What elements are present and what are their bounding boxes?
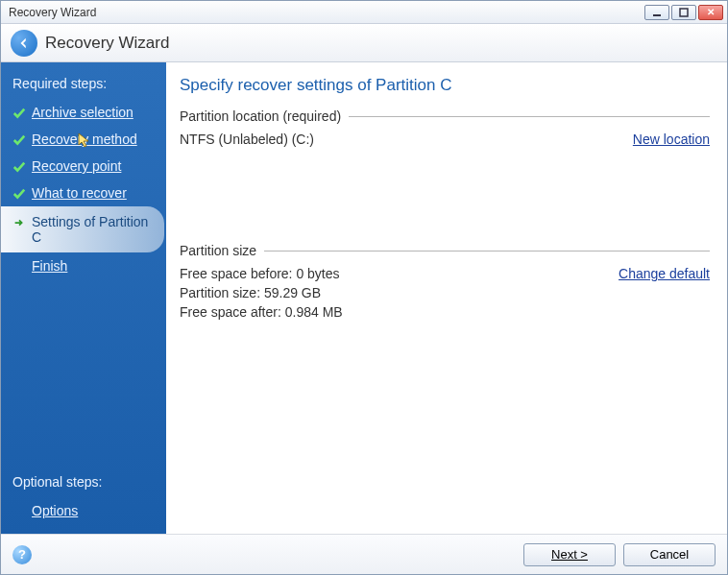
partition-size-value: Partition size: 59.29 GB: [180, 285, 321, 300]
footer-buttons: Next > Cancel: [523, 543, 716, 566]
divider: [349, 116, 710, 117]
sidebar: Required steps: Archive selection Recove…: [1, 62, 166, 534]
divider: [264, 251, 710, 252]
recovery-wizard-window: Recovery Wizard ✕ Recovery Wizard Requir…: [0, 0, 728, 575]
check-icon: [12, 107, 26, 120]
window-control-buttons: ✕: [644, 5, 723, 20]
maximize-button[interactable]: [671, 5, 696, 20]
cancel-button[interactable]: Cancel: [623, 543, 716, 566]
back-button[interactable]: [11, 30, 37, 57]
step-recovery-point[interactable]: Recovery point: [1, 153, 166, 180]
wizard-body: Required steps: Archive selection Recove…: [1, 62, 727, 534]
check-icon: [12, 187, 26, 201]
partition-location-section: Partition location (required) NTFS (Unla…: [180, 108, 710, 147]
blank-icon: [12, 260, 26, 274]
step-settings-partition-c: Settings of Partition C: [1, 206, 164, 252]
svg-rect-0: [653, 14, 661, 16]
change-default-link[interactable]: Change default: [619, 266, 710, 281]
step-label: What to recover: [32, 185, 127, 201]
content-area: Specify recover settings of Partition C …: [166, 62, 727, 534]
minimize-button[interactable]: [644, 5, 669, 20]
check-icon: [12, 160, 26, 174]
header-title: Recovery Wizard: [45, 34, 169, 53]
partition-size-header: Partition size: [180, 243, 256, 258]
step-label: Archive selection: [32, 105, 133, 120]
partition-size-section: Partition size Free space before: 0 byte…: [180, 243, 710, 320]
required-steps-heading: Required steps:: [1, 72, 166, 99]
optional-steps-heading: Optional steps:: [1, 470, 166, 497]
help-icon: ?: [18, 547, 26, 562]
step-what-to-recover[interactable]: What to recover: [1, 180, 166, 206]
window-title: Recovery Wizard: [9, 6, 96, 19]
free-space-before: Free space before: 0 bytes: [180, 266, 340, 281]
next-button[interactable]: Next >: [523, 543, 616, 566]
step-label: Options: [32, 503, 78, 518]
partition-location-value: NTFS (Unlabeled) (C:): [180, 132, 314, 147]
blank-icon: [12, 505, 26, 518]
arrow-left-icon: [17, 36, 31, 50]
step-finish[interactable]: Finish: [1, 252, 166, 279]
free-space-after: Free space after: 0.984 MB: [180, 304, 343, 320]
page-title: Specify recover settings of Partition C: [180, 76, 710, 95]
step-label: Finish: [32, 258, 67, 274]
step-label: Recovery method: [32, 132, 137, 147]
footer: ? Next > Cancel: [1, 534, 727, 574]
close-button[interactable]: ✕: [698, 5, 723, 20]
arrow-right-icon: [12, 216, 26, 229]
step-label: Recovery point: [32, 158, 121, 174]
svg-rect-1: [680, 9, 688, 16]
step-options[interactable]: Options: [1, 497, 166, 524]
wizard-header: Recovery Wizard: [1, 24, 727, 62]
new-location-link[interactable]: New location: [633, 132, 710, 147]
partition-location-header: Partition location (required): [180, 108, 341, 124]
step-label: Settings of Partition C: [32, 214, 153, 245]
check-icon: [12, 133, 26, 147]
step-archive-selection[interactable]: Archive selection: [1, 99, 166, 126]
help-button[interactable]: ?: [12, 545, 32, 564]
titlebar: Recovery Wizard ✕: [1, 1, 727, 24]
step-recovery-method[interactable]: Recovery method: [1, 126, 166, 153]
